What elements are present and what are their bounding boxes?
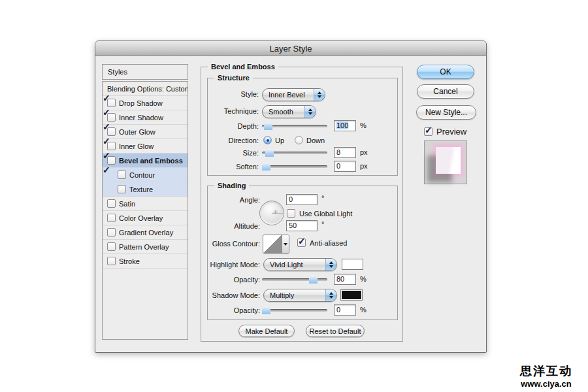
sidebar-item[interactable]: Texture: [103, 182, 188, 197]
sidebar-item-label: Inner Shadow: [119, 114, 163, 122]
slider-track[interactable]: [262, 165, 327, 168]
slider-thumb[interactable]: [309, 275, 318, 284]
sidebar-item[interactable]: Contour: [103, 168, 188, 182]
popup-stepper-icon: [314, 89, 325, 101]
shadow-opacity-slider[interactable]: [262, 306, 327, 315]
sidebar-item-label: Pattern Overlay: [119, 243, 169, 251]
highlight-color-swatch[interactable]: [342, 259, 363, 270]
technique-popup[interactable]: Smooth: [262, 105, 316, 118]
new-style-button[interactable]: New Style...: [416, 105, 476, 120]
sidebar-item[interactable]: Drop Shadow: [103, 96, 188, 110]
styles-list: Blending Options: Custom Drop Shadow Inn…: [102, 81, 188, 340]
sidebar-item[interactable]: Color Overlay: [103, 211, 188, 225]
shadow-color-swatch[interactable]: [340, 289, 363, 301]
direction-down-radio[interactable]: [295, 136, 303, 144]
style-checkbox[interactable]: [107, 142, 116, 150]
make-default-label: Make Default: [246, 327, 288, 335]
crosshair-icon: ✛: [273, 209, 278, 216]
depth-slider[interactable]: [262, 122, 327, 131]
style-checkbox[interactable]: [107, 199, 116, 208]
preview-checkbox[interactable]: [424, 127, 433, 136]
gloss-contour-label: Gloss Contour:: [208, 240, 260, 248]
style-checkbox[interactable]: [107, 242, 116, 251]
style-checkbox[interactable]: [107, 113, 116, 122]
contour-dropdown-arrow-icon[interactable]: [282, 235, 289, 253]
sidebar-item[interactable]: Satin: [103, 197, 188, 211]
style-checkbox[interactable]: [107, 99, 116, 107]
make-default-button[interactable]: Make Default: [238, 325, 295, 337]
slider-thumb[interactable]: [262, 162, 270, 171]
direction-up-radio[interactable]: [263, 136, 272, 144]
preview-thumbnail: [424, 140, 467, 184]
shadow-opacity-input[interactable]: 0: [334, 304, 356, 316]
slider-thumb[interactable]: [262, 306, 270, 314]
style-checkbox[interactable]: [118, 185, 126, 193]
popup-stepper-icon: [304, 106, 316, 118]
sidebar-item-label: Gradient Overlay: [119, 229, 173, 237]
technique-label: Technique:: [208, 107, 259, 115]
highlight-opacity-input[interactable]: 80: [334, 274, 356, 285]
altitude-label: Altitude:: [208, 222, 260, 230]
sidebar-item[interactable]: Blending Options: Custom: [103, 82, 188, 96]
shadow-mode-popup[interactable]: Multiply: [263, 289, 337, 302]
style-checkbox[interactable]: [107, 214, 116, 222]
sidebar-item[interactable]: Gradient Overlay: [103, 225, 188, 240]
size-input[interactable]: 8: [334, 147, 356, 158]
angle-input[interactable]: 0: [286, 194, 318, 205]
style-checkbox[interactable]: [118, 171, 126, 179]
ok-button[interactable]: OK: [417, 65, 474, 79]
direction-down-label: Down: [306, 137, 325, 144]
shadow-mode-value: Multiply: [264, 291, 325, 299]
watermark-line2: www.ciya.cn: [510, 379, 583, 389]
style-checkbox[interactable]: [107, 228, 116, 237]
sidebar-item-label: Drop Shadow: [119, 99, 163, 107]
sidebar-item[interactable]: Outer Glow: [103, 125, 188, 139]
angle-dial[interactable]: ✛: [259, 201, 284, 225]
sidebar-item[interactable]: Stroke: [103, 254, 188, 269]
popup-stepper-icon: [325, 289, 336, 301]
highlight-mode-value: Vivid Light: [264, 261, 325, 269]
contour-thumbnail-icon: [263, 235, 282, 253]
reset-to-default-button[interactable]: Reset to Default: [306, 325, 365, 337]
gloss-contour-picker[interactable]: [263, 235, 289, 253]
depth-unit: %: [360, 122, 367, 129]
direction-up-label: Up: [275, 137, 284, 144]
cancel-button[interactable]: Cancel: [417, 84, 474, 99]
soften-slider[interactable]: [262, 162, 327, 171]
style-checkbox[interactable]: [107, 257, 116, 265]
reset-to-default-label: Reset to Default: [310, 327, 361, 335]
sidebar-item[interactable]: Bevel and Emboss: [103, 154, 188, 168]
slider-thumb[interactable]: [265, 148, 274, 157]
preview-bevel-square: [436, 147, 461, 174]
soften-input[interactable]: 0: [334, 161, 356, 172]
style-popup[interactable]: Inner Bevel: [262, 88, 325, 101]
slider-thumb[interactable]: [264, 122, 272, 130]
sidebar-item[interactable]: Inner Shadow: [103, 110, 188, 125]
soften-unit: px: [360, 162, 368, 170]
sidebar-item-label: Bevel and Emboss: [119, 157, 183, 165]
styles-header[interactable]: Styles: [102, 64, 188, 80]
highlight-opacity-slider[interactable]: [262, 275, 327, 284]
ok-label: OK: [440, 67, 451, 76]
highlight-opacity-label: Opacity:: [208, 276, 260, 284]
sidebar-item[interactable]: Inner Glow: [103, 139, 188, 154]
highlight-mode-popup[interactable]: Vivid Light: [263, 258, 337, 271]
size-slider[interactable]: [262, 148, 327, 157]
sidebar-item-label: Contour: [129, 171, 155, 179]
preview-label: Preview: [436, 127, 466, 137]
panel-legend: Bevel and Emboss: [208, 63, 278, 71]
dialog-titlebar[interactable]: Layer Style: [95, 41, 486, 56]
technique-popup-value: Smooth: [263, 108, 304, 116]
shading-group: Shading Angle: 0 ° ✛ Use Global Light Al…: [207, 186, 398, 320]
angle-unit: °: [321, 194, 324, 202]
style-checkbox[interactable]: [107, 127, 116, 136]
altitude-input[interactable]: 50: [286, 220, 318, 231]
dialog-title: Layer Style: [269, 44, 312, 54]
style-checkbox[interactable]: [107, 156, 116, 165]
slider-track[interactable]: [262, 309, 327, 312]
use-global-light-checkbox[interactable]: [287, 209, 295, 218]
sidebar-item[interactable]: Pattern Overlay: [103, 240, 188, 254]
slider-track[interactable]: [262, 278, 327, 281]
depth-input[interactable]: 100: [334, 120, 356, 131]
anti-aliased-checkbox[interactable]: [297, 238, 306, 247]
